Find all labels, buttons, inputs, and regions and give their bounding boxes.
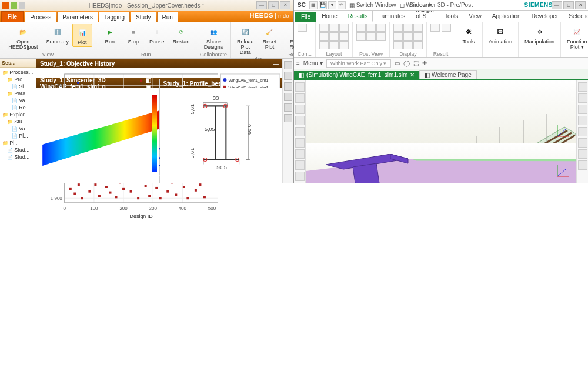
- layout-icon[interactable]: [329, 24, 339, 32]
- sc-tab-developer[interactable]: Developer: [526, 11, 564, 22]
- sc-tab-selection[interactable]: Selection: [563, 11, 588, 22]
- tree-item[interactable]: Re...: [1, 104, 35, 111]
- nav-icon[interactable]: [295, 127, 305, 136]
- display-icon[interactable]: [393, 41, 403, 49]
- display-icon[interactable]: [403, 41, 413, 49]
- sel-tool-icon[interactable]: ⬚: [413, 60, 419, 66]
- nav-icon[interactable]: [295, 160, 305, 170]
- qat-save-icon[interactable]: 💾: [319, 1, 327, 9]
- simcenter-preview[interactable]: [36, 88, 159, 183]
- sc-tab-home[interactable]: Home: [316, 11, 343, 22]
- reset-plot-button[interactable]: 🧹Reset Plot: [259, 24, 279, 51]
- scope-combo[interactable]: Within Work Part Only ▾: [326, 59, 391, 68]
- tab-run[interactable]: Run: [157, 12, 178, 22]
- doc-tab-welcome[interactable]: ◧ Welcome Page: [419, 70, 476, 79]
- view-tool-icon[interactable]: [578, 93, 587, 103]
- display-icon[interactable]: [403, 32, 413, 41]
- panel-minimize-icon[interactable]: —: [273, 61, 279, 67]
- tab-study[interactable]: Study: [131, 12, 156, 22]
- reload-plot-button[interactable]: 🔄Reload Plot Data: [235, 24, 256, 56]
- side-tool-icon[interactable]: [284, 103, 292, 112]
- display-icon[interactable]: [413, 41, 423, 49]
- restart-button[interactable]: ⟳Restart: [171, 24, 192, 46]
- view-tool-icon[interactable]: [578, 105, 587, 114]
- qat-new-icon[interactable]: ▦: [309, 1, 318, 9]
- sel-tool-icon[interactable]: ✚: [422, 60, 427, 66]
- sel-tool-icon[interactable]: ▭: [395, 60, 400, 66]
- layout-icon[interactable]: [319, 24, 329, 32]
- view-tool-icon[interactable]: [578, 116, 587, 125]
- nav-icon[interactable]: [295, 138, 305, 148]
- sc-tab-results[interactable]: Results: [343, 11, 373, 22]
- profile-sketch[interactable]: 33 50,5 60,6 5,61 5,05 5,61: [160, 88, 283, 183]
- nav-icon[interactable]: [295, 172, 305, 181]
- share-designs-button[interactable]: 👥Share Designs: [200, 24, 227, 51]
- maximize-button[interactable]: ◻: [268, 1, 279, 9]
- layout-icon[interactable]: [339, 32, 349, 41]
- sc-tab-laminates[interactable]: Laminates: [373, 11, 410, 22]
- tools-button[interactable]: 🛠Tools: [459, 24, 479, 46]
- nav-icon[interactable]: [295, 105, 305, 114]
- tree-item[interactable]: Pl...: [1, 139, 35, 146]
- nav-icon[interactable]: [295, 93, 305, 103]
- manipulation-button[interactable]: ✥Manipulation: [522, 24, 557, 46]
- result-icon[interactable]: [430, 24, 440, 32]
- postview-icon[interactable]: [356, 24, 366, 32]
- pause-button[interactable]: ⏸Pause: [147, 24, 167, 46]
- layout-icon[interactable]: [329, 41, 339, 49]
- view-tool-icon[interactable]: [578, 82, 587, 92]
- tab-process[interactable]: Process: [25, 12, 56, 22]
- side-tool-icon[interactable]: [284, 82, 292, 91]
- sc-close-button[interactable]: ✕: [575, 1, 586, 9]
- postview-icon[interactable]: [376, 32, 386, 41]
- result-icon[interactable]: [442, 24, 451, 32]
- display-icon[interactable]: [393, 32, 403, 41]
- sc-minimize-button[interactable]: —: [552, 1, 562, 9]
- tree-item[interactable]: Pl...: [1, 132, 35, 139]
- context-icon[interactable]: [298, 24, 307, 32]
- qat-undo-icon[interactable]: ↶: [338, 1, 346, 9]
- tree-item[interactable]: Explor...: [1, 111, 35, 118]
- sc-maximize-button[interactable]: ◻: [563, 1, 574, 9]
- tab-parameters[interactable]: Parameters: [57, 12, 98, 22]
- view-tool-icon[interactable]: [578, 138, 587, 148]
- tree-item[interactable]: Va...: [1, 125, 35, 132]
- tree-item[interactable]: Stud...: [1, 153, 35, 160]
- nav-icon[interactable]: [295, 116, 305, 125]
- animation-button[interactable]: 🎞Animation: [486, 24, 514, 46]
- view-tool-icon[interactable]: [578, 160, 587, 170]
- summary-button[interactable]: ℹ️Summary: [46, 24, 69, 46]
- postview-icon[interactable]: [366, 24, 376, 32]
- postview-icon[interactable]: [366, 32, 376, 41]
- tree-item[interactable]: Pro...: [1, 76, 35, 83]
- tree-item[interactable]: Va...: [1, 97, 35, 104]
- layout-icon[interactable]: [329, 32, 339, 41]
- side-tool-icon[interactable]: [284, 72, 292, 80]
- objective-history-chart[interactable]: 01002003004005001 9002 0002 1002 2002 30…: [36, 68, 282, 78]
- plot-button[interactable]: 📊Plot: [72, 24, 92, 47]
- layout-icon[interactable]: [319, 41, 329, 49]
- view-tool-icon[interactable]: [578, 127, 587, 136]
- layout-icon[interactable]: [319, 32, 329, 41]
- display-icon[interactable]: [393, 24, 403, 32]
- tree-item[interactable]: Stud...: [1, 146, 35, 153]
- tab-close-icon[interactable]: ✕: [410, 72, 415, 78]
- tree-item[interactable]: Para...: [1, 90, 35, 97]
- tree-item[interactable]: Stu...: [1, 118, 35, 125]
- close-button[interactable]: ✕: [280, 1, 290, 9]
- display-icon[interactable]: [413, 24, 423, 32]
- tree-header[interactable]: Ses...: [0, 59, 36, 68]
- nav-icon[interactable]: [295, 82, 305, 92]
- sel-tool-icon[interactable]: ◯: [403, 60, 410, 66]
- sc-3d-viewport-bottom[interactable]: [306, 143, 576, 183]
- side-tool-icon[interactable]: [284, 61, 292, 69]
- sc-tab-tools[interactable]: Tools: [439, 11, 463, 22]
- postview-icon[interactable]: [356, 32, 366, 41]
- open-heeds-post-button[interactable]: 📂Open HEEDS|post: [4, 24, 43, 51]
- switch-window-button[interactable]: ▦ Switch Window: [349, 2, 396, 8]
- tree-item[interactable]: Process...: [1, 69, 35, 76]
- sc-file-tab[interactable]: File: [295, 12, 316, 22]
- sc-3d-viewport-top[interactable]: [306, 80, 576, 143]
- postview-icon[interactable]: [376, 24, 386, 32]
- display-icon[interactable]: [413, 32, 423, 41]
